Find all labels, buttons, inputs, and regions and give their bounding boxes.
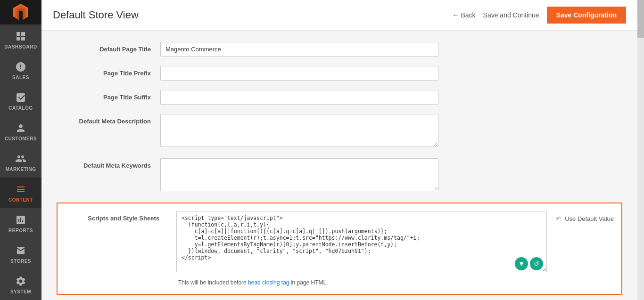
default-page-title-row: Default Page Title [57,42,622,57]
scripts-field: <script type="text/javascript"> (functio… [176,211,547,274]
page-title-suffix-label: Page Title Suffix [57,90,160,101]
default-page-title-input[interactable] [160,42,438,57]
page-title-suffix-row: Page Title Suffix [57,90,622,105]
svg-marker-2 [17,8,25,20]
sidebar-item-reports[interactable]: REPORTS [0,208,41,239]
undo-icon: ↶ [554,215,562,222]
magento-logo-icon [11,3,30,22]
use-default-label[interactable]: Use Default Value [565,215,614,222]
default-meta-keywords-field [160,158,622,193]
scripts-textarea[interactable]: <script type="text/javascript"> (functio… [176,211,547,272]
scripts-label: Scripts and Style Sheets [65,211,169,222]
sidebar-item-customers[interactable]: CUSTOMERS [0,116,41,147]
form-content: Default Page Title Page Title Prefix Pag… [41,31,637,300]
default-meta-description-row: Default Meta Description [57,114,622,149]
sidebar-item-stores[interactable]: STORES [0,239,41,269]
header-actions: ← Back Save and Continue Save Configurat… [452,7,626,24]
default-meta-description-label: Default Meta Description [57,114,160,125]
sidebar-logo [0,0,41,24]
customers-icon [15,122,27,134]
default-meta-description-input[interactable] [160,114,438,147]
code-down-button[interactable]: ▼ [515,257,528,270]
back-button[interactable]: ← Back [452,11,475,19]
dashboard-icon [15,30,27,42]
page-header: Default Store View ← Back Save and Conti… [41,0,637,31]
scrollbar[interactable] [637,0,644,300]
default-meta-keywords-row: Default Meta Keywords [57,158,622,193]
page-title-prefix-input[interactable] [160,66,438,81]
page-title-prefix-label: Page Title Prefix [57,66,160,77]
content-icon [15,183,27,195]
scripts-note-link[interactable]: head closing tag [248,279,289,286]
sales-icon [15,61,27,73]
scrollbar-thumb [637,0,644,38]
marketing-icon [15,153,27,165]
sidebar-item-system[interactable]: SYSTEM [0,269,41,300]
scripts-section: Scripts and Style Sheets <script type="t… [57,203,622,295]
sidebar-item-marketing[interactable]: MARKETING [0,147,41,178]
sidebar-item-dashboard[interactable]: DASHBOARD [0,24,41,55]
stores-icon [15,244,27,257]
page-title-suffix-field [160,90,622,105]
page-title-prefix-field [160,66,622,81]
default-meta-keywords-input[interactable] [160,158,438,191]
default-page-title-label: Default Page Title [57,42,160,53]
use-default-container: ↶ Use Default Value [554,211,614,222]
page-title-prefix-row: Page Title Prefix [57,66,622,81]
default-meta-description-field [160,114,622,149]
scripts-row: Scripts and Style Sheets <script type="t… [65,211,614,274]
sidebar-item-catalog[interactable]: CATALOG [0,86,41,116]
system-icon [15,275,27,287]
save-configuration-button[interactable]: Save Configuration [547,7,626,24]
main-area: Default Store View ← Back Save and Conti… [41,0,637,300]
reports-icon [15,214,27,226]
sidebar-item-sales[interactable]: SALES [0,55,41,86]
scripts-note-row: This will be included before head closin… [65,278,614,286]
arrow-left-icon: ← [452,11,459,19]
catalog-icon [15,91,27,104]
default-page-title-field [160,42,622,57]
scripts-note: This will be included before head closin… [178,279,328,286]
sidebar: DASHBOARD SALES CATALOG CUSTOMERS MARKET… [0,0,41,300]
code-buttons: ▼ ↺ [515,257,543,270]
default-meta-keywords-label: Default Meta Keywords [57,158,160,169]
save-continue-button[interactable]: Save and Continue [483,11,539,19]
sidebar-item-content[interactable]: CONTENT [0,178,41,208]
code-refresh-button[interactable]: ↺ [530,257,543,270]
page-title-suffix-input[interactable] [160,90,438,105]
page-title: Default Store View [53,9,139,21]
